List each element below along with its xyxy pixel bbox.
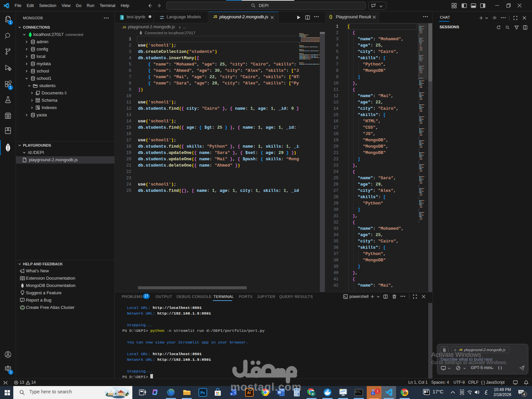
svg-text:mostaql.com: mostaql.com [230,381,302,393]
svg-text:C:\_: C:\_ [355,391,361,393]
svg-text:Ps: Ps [200,391,205,395]
svg-text:K: K [312,392,314,396]
svg-text:T: T [372,392,374,395]
